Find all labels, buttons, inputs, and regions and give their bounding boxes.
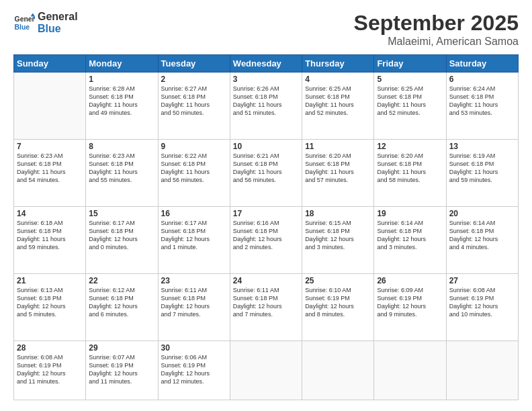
day-number: 6 [449,75,515,84]
cell-content: Sunrise: 6:15 AM Sunset: 6:18 PM Dayligh… [305,219,371,252]
calendar-cell [302,340,374,400]
calendar-cell: 8Sunrise: 6:23 AM Sunset: 6:18 PM Daylig… [86,139,158,206]
day-number: 18 [305,209,371,218]
calendar-cell: 27Sunrise: 6:08 AM Sunset: 6:19 PM Dayli… [446,273,518,340]
week-row-2: 14Sunrise: 6:18 AM Sunset: 6:18 PM Dayli… [14,206,519,273]
calendar-cell: 29Sunrise: 6:07 AM Sunset: 6:19 PM Dayli… [86,340,158,400]
cell-content: Sunrise: 6:26 AM Sunset: 6:18 PM Dayligh… [233,85,299,118]
cell-content: Sunrise: 6:17 AM Sunset: 6:18 PM Dayligh… [89,219,154,252]
day-number: 5 [377,75,443,84]
day-number: 24 [233,276,299,285]
day-number: 20 [449,209,515,218]
svg-marker-2 [31,13,35,16]
cell-content: Sunrise: 6:21 AM Sunset: 6:18 PM Dayligh… [233,152,299,185]
week-row-1: 7Sunrise: 6:23 AM Sunset: 6:18 PM Daylig… [14,139,519,206]
logo-icon: General Blue [13,12,35,34]
day-number: 22 [89,276,154,285]
location-title: Malaeimi, American Samoa [354,36,519,48]
cell-content: Sunrise: 6:14 AM Sunset: 6:18 PM Dayligh… [377,219,443,252]
cell-content: Sunrise: 6:16 AM Sunset: 6:18 PM Dayligh… [233,219,299,252]
weekday-header-row: SundayMondayTuesdayWednesdayThursdayFrid… [14,55,519,73]
cell-content: Sunrise: 6:25 AM Sunset: 6:18 PM Dayligh… [305,85,371,118]
calendar-cell: 13Sunrise: 6:19 AM Sunset: 6:18 PM Dayli… [446,139,518,206]
cell-content: Sunrise: 6:09 AM Sunset: 6:19 PM Dayligh… [377,286,443,319]
calendar-cell: 1Sunrise: 6:28 AM Sunset: 6:18 PM Daylig… [86,73,158,140]
weekday-header-monday: Monday [86,55,158,73]
weekday-header-thursday: Thursday [302,55,374,73]
calendar-cell: 2Sunrise: 6:27 AM Sunset: 6:18 PM Daylig… [158,73,230,140]
day-number: 17 [233,209,299,218]
calendar-cell: 30Sunrise: 6:06 AM Sunset: 6:19 PM Dayli… [158,340,230,400]
day-number: 8 [89,142,154,151]
calendar-cell: 15Sunrise: 6:17 AM Sunset: 6:18 PM Dayli… [86,206,158,273]
calendar-cell: 19Sunrise: 6:14 AM Sunset: 6:18 PM Dayli… [374,206,446,273]
logo-blue: Blue [38,23,78,35]
cell-content: Sunrise: 6:17 AM Sunset: 6:18 PM Dayligh… [161,219,227,252]
cell-content: Sunrise: 6:18 AM Sunset: 6:18 PM Dayligh… [17,219,83,252]
cell-content: Sunrise: 6:06 AM Sunset: 6:19 PM Dayligh… [161,353,227,386]
day-number: 28 [17,343,83,353]
calendar-cell [446,340,518,400]
week-row-0: 1Sunrise: 6:28 AM Sunset: 6:18 PM Daylig… [14,73,519,140]
calendar-cell: 6Sunrise: 6:24 AM Sunset: 6:18 PM Daylig… [446,73,518,140]
day-number: 15 [89,209,154,218]
svg-text:Blue: Blue [15,23,30,30]
day-number: 21 [17,276,83,285]
calendar-cell: 26Sunrise: 6:09 AM Sunset: 6:19 PM Dayli… [374,273,446,340]
calendar-cell: 25Sunrise: 6:10 AM Sunset: 6:19 PM Dayli… [302,273,374,340]
week-row-3: 21Sunrise: 6:13 AM Sunset: 6:18 PM Dayli… [14,273,519,340]
day-number: 14 [17,209,83,218]
cell-content: Sunrise: 6:08 AM Sunset: 6:19 PM Dayligh… [449,286,515,319]
cell-content: Sunrise: 6:12 AM Sunset: 6:18 PM Dayligh… [89,286,154,319]
cell-content: Sunrise: 6:14 AM Sunset: 6:18 PM Dayligh… [449,219,515,252]
calendar-cell [230,340,302,400]
cell-content: Sunrise: 6:23 AM Sunset: 6:18 PM Dayligh… [89,152,154,185]
day-number: 30 [161,343,227,353]
cell-content: Sunrise: 6:25 AM Sunset: 6:18 PM Dayligh… [377,85,443,118]
day-number: 4 [305,75,371,84]
day-number: 3 [233,75,299,84]
day-number: 13 [449,142,515,151]
cell-content: Sunrise: 6:11 AM Sunset: 6:18 PM Dayligh… [161,286,227,319]
calendar-cell: 23Sunrise: 6:11 AM Sunset: 6:18 PM Dayli… [158,273,230,340]
calendar-cell: 16Sunrise: 6:17 AM Sunset: 6:18 PM Dayli… [158,206,230,273]
calendar-cell: 28Sunrise: 6:08 AM Sunset: 6:19 PM Dayli… [14,340,86,400]
weekday-header-sunday: Sunday [14,55,86,73]
calendar-cell: 21Sunrise: 6:13 AM Sunset: 6:18 PM Dayli… [14,273,86,340]
day-number: 10 [233,142,299,151]
cell-content: Sunrise: 6:08 AM Sunset: 6:19 PM Dayligh… [17,353,83,386]
cell-content: Sunrise: 6:28 AM Sunset: 6:18 PM Dayligh… [89,85,154,118]
weekday-header-tuesday: Tuesday [158,55,230,73]
calendar-cell [14,73,86,140]
day-number: 27 [449,276,515,285]
weekday-header-saturday: Saturday [446,55,518,73]
cell-content: Sunrise: 6:07 AM Sunset: 6:19 PM Dayligh… [89,353,154,386]
header: General Blue General Blue September 2025… [13,11,519,48]
calendar-cell: 7Sunrise: 6:23 AM Sunset: 6:18 PM Daylig… [14,139,86,206]
cell-content: Sunrise: 6:11 AM Sunset: 6:18 PM Dayligh… [233,286,299,319]
calendar-cell: 3Sunrise: 6:26 AM Sunset: 6:18 PM Daylig… [230,73,302,140]
day-number: 29 [89,343,154,353]
weekday-header-wednesday: Wednesday [230,55,302,73]
day-number: 26 [377,276,443,285]
calendar-cell: 20Sunrise: 6:14 AM Sunset: 6:18 PM Dayli… [446,206,518,273]
title-block: September 2025 Malaeimi, American Samoa [354,11,519,48]
calendar-cell: 4Sunrise: 6:25 AM Sunset: 6:18 PM Daylig… [302,73,374,140]
svg-text:General: General [15,15,35,23]
page: General Blue General Blue September 2025… [0,0,532,411]
cell-content: Sunrise: 6:20 AM Sunset: 6:18 PM Dayligh… [377,152,443,185]
month-title: September 2025 [354,11,519,36]
day-number: 16 [161,209,227,218]
day-number: 25 [305,276,371,285]
day-number: 19 [377,209,443,218]
calendar-cell: 10Sunrise: 6:21 AM Sunset: 6:18 PM Dayli… [230,139,302,206]
day-number: 11 [305,142,371,151]
calendar-cell: 18Sunrise: 6:15 AM Sunset: 6:18 PM Dayli… [302,206,374,273]
cell-content: Sunrise: 6:19 AM Sunset: 6:18 PM Dayligh… [449,152,515,185]
calendar-cell: 24Sunrise: 6:11 AM Sunset: 6:18 PM Dayli… [230,273,302,340]
day-number: 7 [17,142,83,151]
calendar-cell: 12Sunrise: 6:20 AM Sunset: 6:18 PM Dayli… [374,139,446,206]
weekday-header-friday: Friday [374,55,446,73]
cell-content: Sunrise: 6:27 AM Sunset: 6:18 PM Dayligh… [161,85,227,118]
calendar-table: SundayMondayTuesdayWednesdayThursdayFrid… [13,54,519,400]
